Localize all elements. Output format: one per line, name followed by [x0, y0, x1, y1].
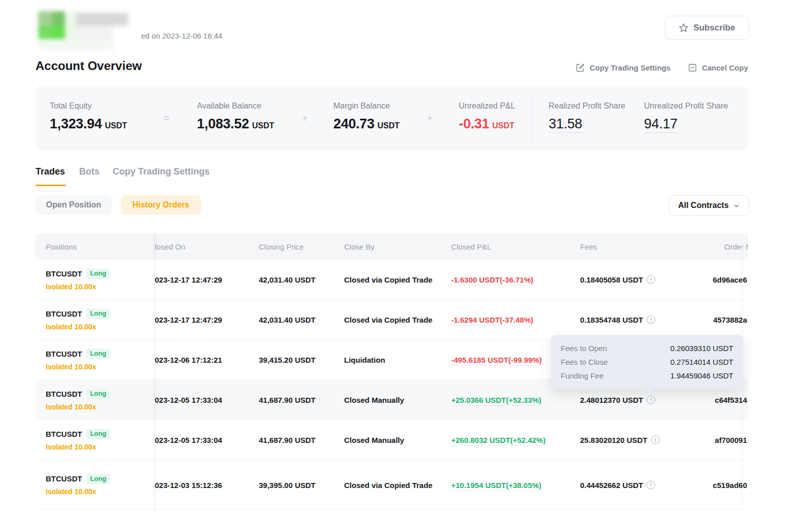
page-title: Account Overview [36, 59, 142, 73]
closed-pnl-cell: -495.6185 USDT(-99.99%) [451, 356, 542, 364]
closed-pnl-cell: +25.0366 USDT(+52.33%) [451, 396, 542, 404]
order-no-cell: 4573882a [713, 316, 747, 324]
tooltip-label: Fees to Open [561, 344, 607, 353]
avatar [36, 3, 145, 52]
positions-cell: BTCUSDT Long Isolated 10.00x [46, 389, 110, 411]
stat-label: Realized Profit Share [549, 101, 625, 111]
position-symbol: BTCUSDT [46, 475, 82, 483]
closing-price-cell: 41,687.90 USDT [259, 436, 316, 444]
info-icon[interactable]: ! [647, 316, 655, 324]
stat-value: 1,323.94 [50, 116, 102, 131]
table-row[interactable]: BTCUSDT Long Isolated 10.00x 023-12-03 1… [36, 460, 748, 510]
side-badge: Long [86, 349, 111, 359]
table-row[interactable]: BTCUSDT Long Isolated 10.00x 023-12-05 1… [36, 420, 748, 460]
closed-pnl-cell: +10.1954 USDT(+38.05%) [451, 480, 542, 489]
margin-leverage: Isolated 10.00x [46, 443, 110, 451]
subscribe-button[interactable]: Subscribe [665, 16, 749, 40]
closing-price-cell: 42,031.40 USDT [259, 316, 316, 324]
closed-on-cell: 023-12-03 15:12:36 [155, 480, 222, 489]
closed-on-cell: 023-12-17 12:47:29 [155, 316, 222, 324]
positions-cell: BTCUSDT Long Isolated 10.00x [46, 429, 110, 451]
cancel-copy-link[interactable]: Cancel Copy [688, 63, 748, 73]
equals-separator: = [163, 113, 170, 124]
all-contracts-label: All Contracts [678, 201, 729, 210]
closed-on-cell: 023-12-06 17:12:21 [155, 356, 222, 364]
tooltip-value: 0.27514014 USDT [670, 358, 733, 366]
positions-cell: BTCUSDT Long Isolated 10.00x [46, 268, 110, 291]
copy-trading-settings-link[interactable]: Copy Trading Settings [576, 63, 670, 73]
fees-tooltip: Fees to Open 0.26039310 USDT Fees to Clo… [551, 335, 743, 389]
table-row[interactable]: BTCUSDT Long ! [36, 510, 748, 521]
side-badge: Long [86, 429, 111, 439]
closing-price-cell: 42,031.40 USDT [259, 275, 316, 284]
position-symbol: BTCUSDT [46, 350, 82, 358]
tab-copy-trading-settings[interactable]: Copy Trading Settings [113, 166, 210, 177]
closed-pnl-cell: -1.6294 USDT(-37.48%) [451, 316, 533, 324]
side-badge: Long [86, 308, 111, 319]
stat-label: Available Balance [197, 101, 274, 111]
stat-total-equity: Total Equity 1,323.94USDT [50, 86, 127, 132]
position-symbol: BTCUSDT [46, 269, 82, 278]
cancel-copy-label: Cancel Copy [702, 63, 748, 72]
stat-realized-profit-share: Realized Profit Share 31.58 [549, 86, 625, 132]
tab-bots[interactable]: Bots [79, 166, 99, 177]
position-symbol: BTCUSDT [46, 309, 82, 318]
table-rows: BTCUSDT Long Isolated 10.00x 023-12-17 1… [36, 260, 748, 521]
info-icon[interactable]: ! [647, 480, 655, 489]
table-row[interactable]: BTCUSDT Long Isolated 10.00x 023-12-17 1… [36, 300, 748, 340]
table-row[interactable]: BTCUSDT Long Isolated 10.00x 023-12-17 1… [36, 260, 748, 300]
minus-square-icon [688, 63, 697, 73]
col-closed-pnl: Closed P&L [451, 233, 491, 260]
close-by-cell: Closed via Copied Trade [344, 316, 432, 324]
stat-value: 31.58 [549, 116, 582, 133]
tooltip-caret [645, 389, 655, 394]
all-contracts-dropdown[interactable]: All Contracts [669, 195, 749, 216]
close-by-cell: Closed Manually [344, 436, 404, 444]
fees-cell: 0.18354748 USDT ! [580, 316, 655, 324]
order-no-cell: c64f5314 [715, 396, 747, 404]
info-icon[interactable]: ! [651, 436, 660, 444]
star-icon [679, 23, 689, 33]
stat-label: Total Equity [50, 101, 127, 111]
stats-divider [532, 97, 532, 139]
copy-trading-settings-label: Copy Trading Settings [590, 63, 670, 72]
history-orders-button[interactable]: History Orders [121, 195, 201, 215]
col-fees: Fees [580, 233, 597, 260]
position-symbol: BTCUSDT [46, 390, 82, 398]
side-badge: Long [86, 389, 111, 399]
fees-cell: 0.18405058 USDT ! [580, 275, 655, 284]
closed-pnl-cell: +260.8032 USDT(+52.42%) [451, 436, 546, 444]
stat-label: Unrealized P&L [459, 101, 515, 111]
tab-trades[interactable]: Trades [36, 166, 65, 177]
close-by-cell: Closed via Copied Trade [344, 275, 432, 284]
fees-cell: 25.83020120 USDT ! [580, 436, 660, 444]
close-by-cell: Liquidation [344, 356, 385, 364]
margin-leverage: Isolated 10.00x [46, 403, 110, 411]
closed-on-cell: 023-12-05 17:33:04 [155, 436, 222, 444]
plus-separator: + [427, 113, 433, 124]
stat-unrealized-pnl: Unrealized P&L -0.31USDT [459, 86, 515, 132]
page: ed on 2023-12-06 16:44 Subscribe Account… [0, 0, 812, 521]
col-closed-on: losed On [155, 233, 185, 260]
position-symbol: BTCUSDT [46, 430, 82, 438]
fees-cell: 2.48012370 USDT ! [580, 396, 655, 404]
closing-price-cell: 39,395.00 USDT [259, 480, 316, 489]
info-icon[interactable]: ! [647, 275, 655, 284]
tooltip-label: Funding Fee [561, 371, 603, 380]
fees-value: 25.83020120 USDT [580, 436, 648, 444]
margin-leverage: Isolated 10.00x [46, 488, 110, 496]
closing-price-cell: 39,415.20 USDT [259, 356, 316, 364]
open-position-button[interactable]: Open Position [36, 195, 112, 215]
closed-on-cell: 023-12-05 17:33:04 [155, 396, 222, 404]
col-close-by: Close By [344, 233, 375, 260]
stat-label: Unrealized Profit Share [644, 101, 728, 111]
fees-value: 0.18354748 USDT [580, 316, 643, 324]
positions-cell: BTCUSDT Long Isolated 10.00x [46, 474, 110, 496]
info-icon[interactable]: ! [647, 396, 655, 404]
sticky-column-shadow [154, 233, 157, 507]
stat-unrealized-profit-share: Unrealized Profit Share 94.17 [644, 86, 728, 132]
margin-leverage: Isolated 10.00x [46, 363, 110, 371]
stat-value: 240.73 [333, 116, 375, 131]
tooltip-value: 0.26039310 USDT [670, 344, 733, 353]
stat-value: 94.17 [644, 116, 678, 133]
